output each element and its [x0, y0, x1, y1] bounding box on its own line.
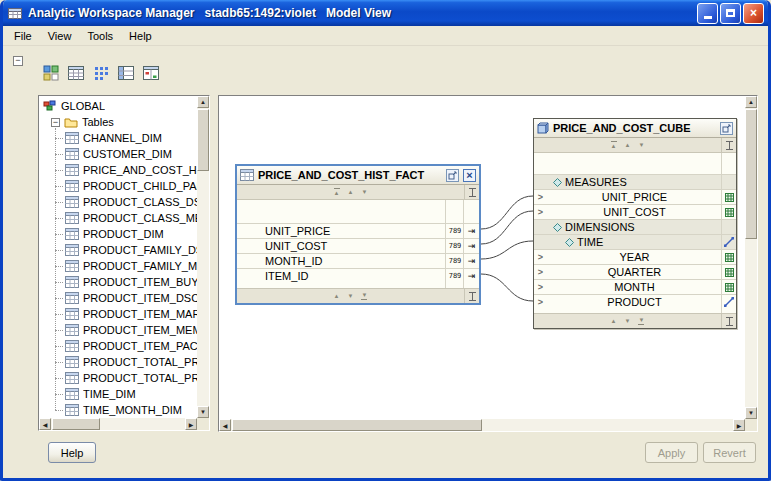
scroll-thumb[interactable] [52, 418, 100, 430]
canvas-horizontal-scrollbar[interactable]: ◀ ▶ [219, 419, 745, 431]
fact-table-box[interactable]: PRICE_AND_COST_HIST_FACT × ▲ ▲ ▼ [235, 164, 481, 305]
scroll-thumb[interactable] [745, 109, 757, 239]
table-icon [65, 372, 79, 384]
scroll-down-button[interactable]: ▼ [197, 406, 209, 418]
tree-item[interactable]: PRODUCT_CLASS_MEMBE [39, 210, 197, 226]
model-canvas[interactable]: PRICE_AND_COST_HIST_FACT × ▲ ▲ ▼ [219, 96, 745, 419]
cube-row-unit_price[interactable]: >UNIT_PRICE [534, 189, 736, 204]
maximize-button[interactable] [720, 3, 741, 24]
collapse-bottom-icon[interactable]: ▼ [361, 292, 367, 300]
scroll-right-button[interactable]: ▶ [733, 419, 745, 431]
fact-column-row[interactable]: MONTH_ID 789 ⇥ [237, 253, 479, 268]
mapping-connector[interactable] [481, 211, 533, 244]
move-down-icon[interactable]: ▼ [348, 293, 354, 299]
scroll-up-button[interactable]: ▲ [197, 96, 209, 108]
resize-icon[interactable] [726, 317, 733, 326]
schema-tree-panel: GLOBAL − Tables CHANNEL_DIM CUSTOMER_DIM… [38, 95, 210, 431]
tree-item[interactable]: CHANNEL_DIM [39, 130, 197, 146]
move-down-icon[interactable]: ▼ [638, 142, 644, 148]
tree-item[interactable]: PRODUCT_FAMILY_DSC [39, 242, 197, 258]
cube-row-quarter[interactable]: >QUARTER [534, 264, 736, 279]
move-up-icon[interactable]: ▲ [611, 318, 617, 324]
table-view-icon[interactable] [66, 63, 86, 83]
tree-item[interactable]: TIME_DIM [39, 386, 197, 402]
cube-row-dimensions[interactable]: DIMENSIONS [534, 219, 736, 234]
collapse-bottom-icon[interactable]: ▼ [638, 317, 644, 325]
resize-icon[interactable] [469, 188, 476, 197]
scroll-down-button[interactable]: ▼ [745, 407, 757, 419]
outer-tree-expander-icon[interactable]: − [13, 56, 23, 66]
close-icon[interactable]: × [463, 169, 476, 182]
tree-item[interactable]: PRODUCT_CHILD_PARENT [39, 178, 197, 194]
move-up-icon[interactable]: ▲ [334, 293, 340, 299]
fact-toolbar-bottom: ▲ ▼ ▼ [237, 288, 479, 303]
scroll-right-button[interactable]: ▶ [185, 418, 197, 430]
menu-tools[interactable]: Tools [79, 28, 121, 44]
tree-item[interactable]: PRODUCT_ITEM_MEMBER [39, 322, 197, 338]
resize-icon[interactable] [469, 292, 476, 301]
move-up-icon[interactable]: ▲ [625, 142, 631, 148]
cube-row-time[interactable]: TIME [534, 234, 736, 249]
tree-item[interactable]: PRODUCT_TOTAL_PRODU [39, 354, 197, 370]
resize-icon[interactable] [726, 141, 733, 150]
cube-row-label: TIME [547, 236, 722, 248]
cube-row-unit_cost[interactable]: >UNIT_COST [534, 204, 736, 219]
scroll-thumb[interactable] [197, 109, 209, 171]
cube-header[interactable]: PRICE_AND_COST_CUBE [534, 119, 736, 138]
validate-view-icon[interactable] [141, 63, 161, 83]
tree-item[interactable]: PRODUCT_ITEM_BUYER [39, 274, 197, 290]
tree-root-global[interactable]: GLOBAL [39, 98, 197, 114]
numeric-type-icon: 789 [446, 227, 464, 235]
restore-icon[interactable] [720, 122, 733, 135]
fact-column-row[interactable]: ITEM_ID 789 ⇥ [237, 268, 479, 283]
move-up-icon[interactable]: ▲ [348, 189, 354, 195]
tree-item[interactable]: PRODUCT_ITEM_DSC [39, 290, 197, 306]
mapping-connector[interactable] [481, 196, 533, 229]
title-bar[interactable]: Analytic Workspace Manager stadb65:1492:… [3, 0, 768, 26]
menu-view[interactable]: View [40, 28, 80, 44]
tree-item[interactable]: TIME_MONTH_DIM [39, 402, 197, 418]
mapping-connector[interactable] [481, 274, 533, 301]
cube-row-year[interactable]: >YEAR [534, 249, 736, 264]
scroll-left-button[interactable]: ◀ [219, 419, 231, 431]
scroll-thumb[interactable] [232, 419, 482, 431]
fact-column-row[interactable]: UNIT_PRICE 789 ⇥ [237, 223, 479, 238]
restore-icon[interactable] [446, 169, 459, 182]
move-down-icon[interactable]: ▼ [625, 318, 631, 324]
close-button[interactable]: × [743, 3, 764, 24]
menu-file[interactable]: File [6, 28, 40, 44]
tree-item[interactable]: PRODUCT_ITEM_MARKETI [39, 306, 197, 322]
tree-item[interactable]: PRODUCT_DIM [39, 226, 197, 242]
cube-row-month[interactable]: >MONTH [534, 279, 736, 294]
matrix-view-icon[interactable] [91, 63, 111, 83]
help-button[interactable]: Help [48, 442, 96, 463]
canvas-vertical-scrollbar[interactable]: ▲ ▼ [745, 96, 757, 419]
tree-item[interactable]: PRODUCT_CLASS_DSC [39, 194, 197, 210]
tree-folder-tables[interactable]: − Tables [39, 114, 197, 130]
tree-item[interactable]: PRODUCT_ITEM_PACKAGE [39, 338, 197, 354]
model-view-icon[interactable] [41, 63, 61, 83]
collapse-top-icon[interactable]: ▲ [611, 141, 617, 149]
table-icon [65, 292, 79, 304]
scroll-left-button[interactable]: ◀ [39, 418, 51, 430]
fact-column-row[interactable]: UNIT_COST 789 ⇥ [237, 238, 479, 253]
tree-item[interactable]: CUSTOMER_DIM [39, 146, 197, 162]
tree-horizontal-scrollbar[interactable]: ◀ ▶ [39, 418, 197, 430]
minimize-button[interactable] [697, 3, 718, 24]
cube-box[interactable]: PRICE_AND_COST_CUBE ▲ ▲ ▼ MEASURES> [533, 118, 737, 329]
menu-help[interactable]: Help [121, 28, 160, 44]
scroll-up-button[interactable]: ▲ [745, 96, 757, 108]
collapse-top-icon[interactable]: ▲ [334, 188, 340, 196]
cube-row-product[interactable]: >PRODUCT [534, 294, 736, 309]
cube-row-measures[interactable]: MEASURES [534, 174, 736, 189]
mapping-view-icon[interactable] [116, 63, 136, 83]
collapse-expander-icon[interactable]: − [51, 118, 60, 127]
fact-table-header[interactable]: PRICE_AND_COST_HIST_FACT × [237, 166, 479, 185]
move-down-icon[interactable]: ▼ [361, 189, 367, 195]
diamond-icon [565, 238, 574, 247]
tree-item[interactable]: PRICE_AND_COST_HIST_F [39, 162, 197, 178]
tree-item[interactable]: PRODUCT_FAMILY_MEMB [39, 258, 197, 274]
tree-item[interactable]: PRODUCT_TOTAL_PRODU [39, 370, 197, 386]
mapping-connector[interactable] [481, 241, 533, 259]
tree-vertical-scrollbar[interactable]: ▲ ▼ [197, 96, 209, 418]
